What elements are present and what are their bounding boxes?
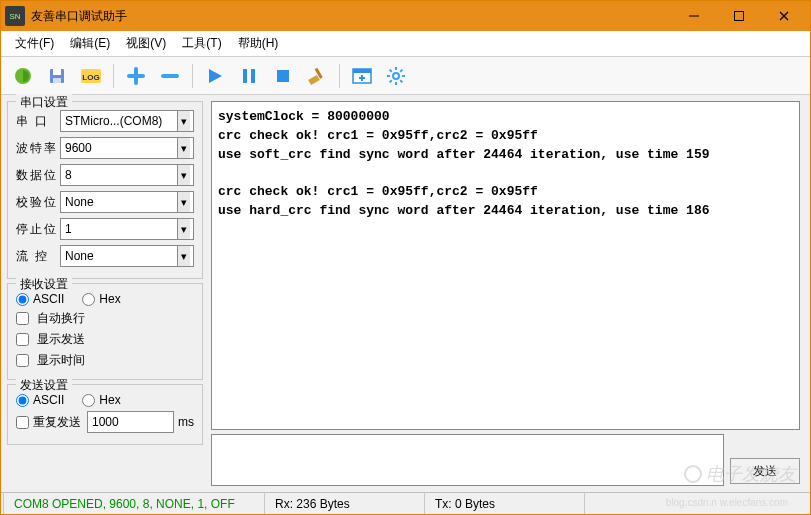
flow-select[interactable]: None bbox=[60, 245, 194, 267]
new-window-icon[interactable] bbox=[346, 61, 378, 91]
svg-marker-13 bbox=[209, 69, 222, 83]
receive-textarea[interactable]: systemClock = 80000000 crc check ok! crc… bbox=[211, 101, 800, 430]
menu-file[interactable]: 文件(F) bbox=[7, 31, 62, 56]
send-settings-group: 发送设置 ASCII Hex 重复发送 ms bbox=[7, 384, 203, 445]
svg-point-23 bbox=[393, 73, 399, 79]
menu-view[interactable]: 视图(V) bbox=[118, 31, 174, 56]
serial-settings-group: 串口设置 串 口 STMicro...(COM8) 波特率 9600 数据位 8… bbox=[7, 101, 203, 279]
svg-line-28 bbox=[390, 69, 392, 71]
menu-edit[interactable]: 编辑(E) bbox=[62, 31, 118, 56]
app-icon: SN bbox=[5, 6, 25, 26]
flow-label: 流 控 bbox=[16, 248, 60, 265]
baud-select[interactable]: 9600 bbox=[60, 137, 194, 159]
recv-group-title: 接收设置 bbox=[16, 276, 72, 293]
svg-rect-15 bbox=[251, 69, 255, 83]
pause-icon[interactable] bbox=[233, 61, 265, 91]
svg-rect-14 bbox=[243, 69, 247, 83]
send-ascii-radio[interactable]: ASCII bbox=[16, 393, 64, 407]
stop-icon[interactable] bbox=[267, 61, 299, 91]
minimize-button[interactable] bbox=[671, 2, 716, 30]
status-connection: COM8 OPENED, 9600, 8, NONE, 1, OFF bbox=[3, 493, 265, 514]
parity-label: 校验位 bbox=[16, 194, 60, 211]
main-area: systemClock = 80000000 crc check ok! crc… bbox=[209, 95, 810, 492]
status-tx: Tx: 0 Bytes bbox=[425, 493, 585, 514]
menu-help[interactable]: 帮助(H) bbox=[230, 31, 287, 56]
svg-line-31 bbox=[400, 69, 402, 71]
showsend-checkbox[interactable]: 显示发送 bbox=[16, 331, 85, 348]
stopbits-label: 停止位 bbox=[16, 221, 60, 238]
menubar: 文件(F) 编辑(E) 视图(V) 工具(T) 帮助(H) bbox=[1, 31, 810, 57]
connect-icon[interactable] bbox=[7, 61, 39, 91]
save-icon[interactable] bbox=[41, 61, 73, 91]
repeat-send-checkbox[interactable]: 重复发送 bbox=[16, 414, 81, 431]
svg-rect-6 bbox=[53, 69, 61, 75]
repeat-interval-input[interactable] bbox=[87, 411, 174, 433]
send-hex-radio[interactable]: Hex bbox=[82, 393, 120, 407]
svg-line-29 bbox=[400, 80, 402, 82]
menu-tools[interactable]: 工具(T) bbox=[174, 31, 229, 56]
sidebar: 串口设置 串 口 STMicro...(COM8) 波特率 9600 数据位 8… bbox=[1, 95, 209, 492]
send-group-title: 发送设置 bbox=[16, 377, 72, 394]
clear-icon[interactable] bbox=[301, 61, 333, 91]
port-label: 串 口 bbox=[16, 113, 60, 130]
toolbar: LOG bbox=[1, 57, 810, 95]
svg-rect-20 bbox=[353, 69, 371, 73]
stopbits-select[interactable]: 1 bbox=[60, 218, 194, 240]
window-title: 友善串口调试助手 bbox=[31, 8, 671, 25]
serial-group-title: 串口设置 bbox=[16, 94, 72, 111]
recv-hex-radio[interactable]: Hex bbox=[82, 292, 120, 306]
log-icon[interactable]: LOG bbox=[75, 61, 107, 91]
remove-icon[interactable] bbox=[154, 61, 186, 91]
status-spacer bbox=[585, 493, 810, 514]
parity-select[interactable]: None bbox=[60, 191, 194, 213]
autowrap-checkbox[interactable]: 自动换行 bbox=[16, 310, 85, 327]
svg-rect-16 bbox=[277, 70, 289, 82]
ms-label: ms bbox=[178, 415, 194, 429]
add-icon[interactable] bbox=[120, 61, 152, 91]
svg-text:LOG: LOG bbox=[82, 73, 99, 82]
titlebar: SN 友善串口调试助手 bbox=[1, 1, 810, 31]
port-select[interactable]: STMicro...(COM8) bbox=[60, 110, 194, 132]
svg-rect-7 bbox=[53, 78, 61, 83]
databits-select[interactable]: 8 bbox=[60, 164, 194, 186]
maximize-button[interactable] bbox=[716, 2, 761, 30]
recv-ascii-radio[interactable]: ASCII bbox=[16, 292, 64, 306]
receive-settings-group: 接收设置 ASCII Hex 自动换行 显示发送 显示时间 bbox=[7, 283, 203, 380]
close-button[interactable] bbox=[761, 2, 806, 30]
svg-rect-1 bbox=[734, 12, 743, 21]
showtime-checkbox[interactable]: 显示时间 bbox=[16, 352, 85, 369]
status-rx: Rx: 236 Bytes bbox=[265, 493, 425, 514]
send-button[interactable]: 发送 bbox=[730, 458, 800, 484]
svg-line-30 bbox=[390, 80, 392, 82]
play-icon[interactable] bbox=[199, 61, 231, 91]
databits-label: 数据位 bbox=[16, 167, 60, 184]
send-textarea[interactable] bbox=[211, 434, 724, 486]
baud-label: 波特率 bbox=[16, 140, 60, 157]
svg-rect-17 bbox=[308, 74, 320, 84]
settings-icon[interactable] bbox=[380, 61, 412, 91]
statusbar: COM8 OPENED, 9600, 8, NONE, 1, OFF Rx: 2… bbox=[1, 492, 810, 514]
